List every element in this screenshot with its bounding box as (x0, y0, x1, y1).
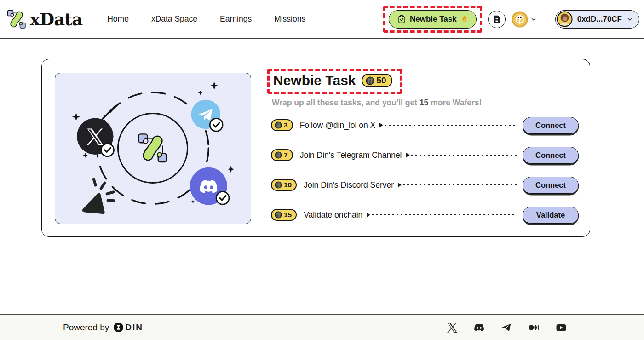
discord-social-link[interactable] (473, 322, 485, 333)
wafer-icon (275, 151, 282, 159)
total-points-badge: 50 (362, 74, 392, 87)
annotation-box-title: Newbie Task 50 (267, 69, 402, 94)
dotted-leader (385, 125, 517, 126)
dotted-leader (411, 155, 517, 156)
card-content: Newbie Task 50 Wrap up all these tasks, … (271, 69, 579, 224)
wafer-icon (275, 211, 282, 219)
task-row: 3 Follow @din_lol on X Connect (271, 116, 579, 134)
arrow-right-icon (380, 123, 383, 127)
wafer-icon (275, 121, 282, 129)
fire-icon (460, 15, 468, 23)
telegram-icon (501, 322, 512, 333)
task-label: Join Din's Telegram Channel (300, 150, 402, 160)
xdata-logo[interactable]: xData (6, 9, 82, 29)
footer: Powered by DIN (0, 314, 644, 340)
newbie-task-button[interactable]: Newbie Task (389, 10, 477, 29)
din-wordmark: DIN (125, 323, 143, 333)
task-label: Join Din's Discord Server (304, 180, 394, 190)
connect-button[interactable]: Connect (523, 177, 579, 194)
chevron-down-icon (627, 16, 633, 23)
youtube-icon (555, 322, 567, 333)
annotation-box-newbie: Newbie Task (383, 6, 482, 33)
newbie-task-card: Newbie Task 50 Wrap up all these tasks, … (41, 59, 590, 237)
arrow-right-icon (398, 183, 402, 187)
din-logo-icon (113, 322, 124, 333)
medium-social-link[interactable] (528, 322, 540, 333)
task-points-value: 15 (284, 211, 292, 219)
connect-button[interactable]: Connect (523, 147, 579, 164)
nav-item-label: Earnings (220, 14, 252, 23)
discord-icon (473, 322, 485, 333)
network-selector[interactable] (512, 11, 537, 28)
top-bar: xData HomexData SpaceEarningsMissions Ne… (0, 0, 644, 39)
task-points-value: 10 (284, 181, 292, 189)
social-illustration (55, 73, 251, 224)
nav-item-missions[interactable]: Missions (274, 14, 305, 24)
validate-button[interactable]: Validate (523, 207, 579, 224)
powered-by: Powered by DIN (63, 322, 143, 333)
total-points-value: 50 (377, 75, 386, 86)
task-row: 7 Join Din's Telegram Channel Connect (271, 146, 579, 164)
document-icon (492, 15, 501, 24)
task-points-value: 7 (284, 151, 288, 159)
nav-item-label: Home (107, 14, 129, 23)
wafer-icon (366, 76, 374, 85)
newbie-task-label: Newbie Task (410, 15, 457, 24)
dotted-leader (372, 214, 517, 215)
main-nav: HomexData SpaceEarningsMissions (107, 14, 305, 24)
clipboard-check-icon (397, 15, 406, 24)
task-points-badge: 7 (271, 149, 293, 161)
card-subtitle: Wrap up all these tasks, and you'll get … (272, 98, 579, 108)
arrow-right-icon (406, 153, 410, 157)
xdata-logo-icon (6, 9, 27, 29)
wallet-button[interactable]: 0xdD...70CF (555, 10, 639, 29)
task-points-badge: 3 (271, 119, 293, 131)
avatar (557, 11, 573, 27)
connect-button[interactable]: Connect (523, 117, 579, 134)
nav-item-home[interactable]: Home (107, 14, 129, 24)
card-title: Newbie Task (273, 73, 356, 88)
x-social-link[interactable] (447, 323, 457, 333)
telegram-social-link[interactable] (501, 322, 512, 333)
task-label: Validate onchain (304, 210, 362, 220)
youtube-social-link[interactable] (555, 322, 567, 333)
task-points-badge: 10 (271, 179, 297, 191)
chevron-down-icon (530, 16, 537, 23)
nav-item-xdata-space[interactable]: xData Space (151, 14, 197, 24)
logo-wordmark: xData (30, 9, 82, 29)
x-icon (447, 323, 457, 333)
task-label: Follow @din_lol on X (300, 121, 376, 130)
dotted-leader (403, 184, 517, 185)
din-brand: DIN (113, 322, 143, 333)
nav-item-earnings[interactable]: Earnings (220, 14, 252, 24)
task-list: 3 Follow @din_lol on X Connect 7 Join Di… (271, 116, 579, 224)
docs-button[interactable] (488, 11, 506, 28)
task-points-badge: 15 (271, 209, 297, 221)
medium-icon (528, 322, 540, 333)
wafer-icon (275, 181, 282, 189)
wallet-address: 0xdD...70CF (577, 15, 622, 24)
divider (546, 13, 546, 25)
task-points-value: 3 (284, 121, 288, 129)
social-links (447, 322, 567, 333)
task-row: 15 Validate onchain Validate (271, 206, 579, 224)
task-row: 10 Join Din's Discord Server Connect (271, 176, 579, 194)
bnb-coin-icon (512, 11, 528, 28)
nav-item-label: xData Space (151, 14, 197, 23)
powered-by-label: Powered by (63, 323, 109, 333)
topbar-right: Newbie Task (383, 6, 639, 33)
nav-item-label: Missions (274, 14, 305, 23)
page: xData HomexData SpaceEarningsMissions Ne… (0, 0, 644, 340)
arrow-right-icon (367, 213, 370, 217)
